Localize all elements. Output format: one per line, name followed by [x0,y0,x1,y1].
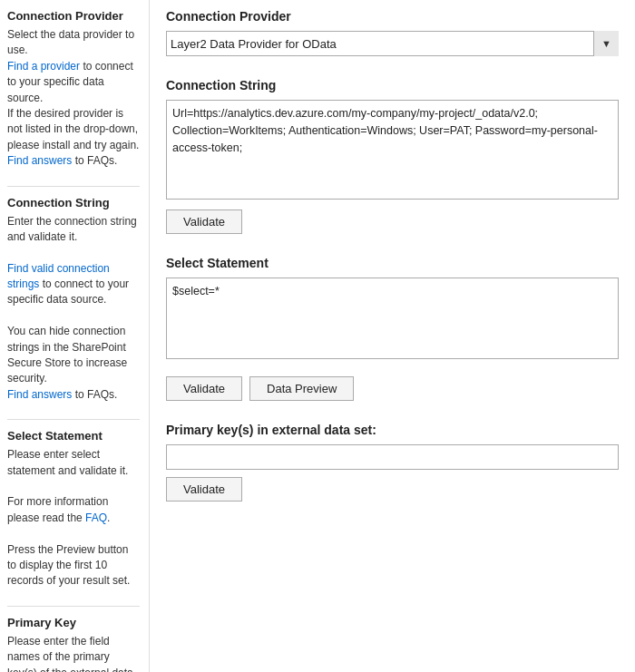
sidebar-cs-title: Connection String [7,196,140,209]
sidebar-ss-text3: . [107,511,110,524]
sidebar-divider-3 [7,606,140,607]
sidebar-connection-provider: Connection Provider Select the data prov… [7,9,140,170]
sidebar-cs-text1: Enter the connection string and validate… [7,215,137,243]
sidebar-cp-text: Select the data provider to use. Find a … [7,27,140,170]
sidebar-primary-key: Primary Key Please enter the field names… [7,616,140,672]
main-pk-label: Primary key(s) in external data set: [166,423,619,437]
primary-key-input[interactable] [166,444,619,470]
main-content: Connection Provider Layer2 Data Provider… [150,0,635,672]
connection-string-textarea[interactable]: Url=https://analytics.dev.azure.com/my-c… [166,100,619,200]
main-ss-label: Select Statement [166,256,619,270]
sidebar-cp-text3: If the desired provider is not listed in… [7,107,139,151]
pk-validate-button[interactable]: Validate [166,477,242,502]
sidebar-pk-text1: Please enter the field names of the prim… [7,635,133,672]
sidebar-divider-2 [7,419,140,420]
provider-dropdown[interactable]: Layer2 Data Provider for OData [166,31,619,56]
main-connection-string: Connection String Url=https://analytics.… [166,78,619,234]
ss-button-row: Validate Data Preview [166,369,619,401]
sidebar-divider-1 [7,186,140,187]
sidebar-cs-link2[interactable]: Find answers [7,388,72,401]
sidebar-cs-text3: You can hide connection strings in the S… [7,325,127,385]
main-select-statement: Select Statement $select=* Validate Data… [166,256,619,401]
sidebar-cp-link2[interactable]: Find answers [7,154,72,167]
sidebar-ss-text4: Press the Preview button to display the … [7,543,130,588]
sidebar-connection-string: Connection String Enter the connection s… [7,196,140,404]
sidebar-ss-link1[interactable]: FAQ [85,511,107,524]
sidebar-cp-text1: Select the data provider to use. [7,28,134,56]
sidebar: Connection Provider Select the data prov… [0,0,150,672]
main-connection-provider: Connection Provider Layer2 Data Provider… [166,9,619,56]
sidebar-pk-text: Please enter the field names of the prim… [7,634,140,672]
ss-preview-button[interactable]: Data Preview [249,376,354,401]
cs-validate-button[interactable]: Validate [166,209,242,234]
sidebar-ss-text: Please enter select statement and valida… [7,447,140,589]
sidebar-cs-text4: to FAQs. [72,388,117,401]
sidebar-cs-text: Enter the connection string and validate… [7,214,140,404]
provider-select-wrapper: Layer2 Data Provider for OData ▼ [166,31,619,56]
sidebar-cp-link1[interactable]: Find a provider [7,60,80,73]
main-cp-label: Connection Provider [166,9,619,24]
sidebar-select-statement: Select Statement Please enter select sta… [7,429,140,589]
main-cs-label: Connection String [166,78,619,93]
sidebar-ss-text1: Please enter select statement and valida… [7,448,128,476]
main-primary-key: Primary key(s) in external data set: Val… [166,423,619,502]
select-statement-textarea[interactable]: $select=* [166,278,619,359]
sidebar-pk-title: Primary Key [7,616,140,629]
sidebar-cp-title: Connection Provider [7,9,140,23]
sidebar-ss-title: Select Statement [7,429,140,443]
sidebar-cp-text4: to FAQs. [72,154,117,167]
ss-validate-button[interactable]: Validate [166,376,242,401]
